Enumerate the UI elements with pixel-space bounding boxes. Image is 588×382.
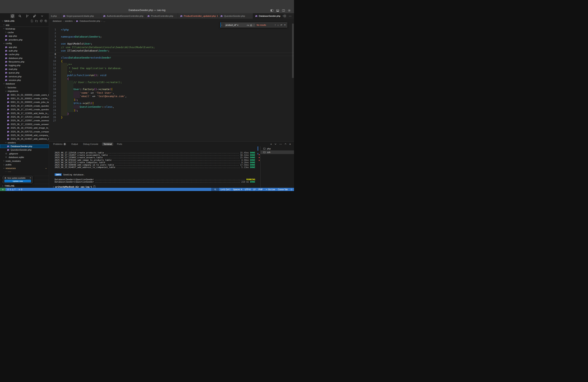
tree-item[interactable]: services.php	[0, 75, 49, 78]
tree-item[interactable]: filesystems.php	[0, 60, 49, 63]
source-control-icon[interactable]	[25, 14, 29, 18]
code-line[interactable]: 3namespace Database\Seeders;	[49, 35, 294, 38]
tree-item[interactable]: 2025_06_24_025723_create_compan...	[0, 130, 49, 133]
find-input[interactable]: product_id" v Aa ab .*	[225, 23, 255, 27]
more-actions-icon[interactable]: ⋯	[279, 143, 282, 146]
code-line-content[interactable]: use App\Models\User;	[61, 42, 92, 46]
code-line[interactable]: 14public function run(): void	[49, 74, 294, 77]
code-line-content[interactable]: }	[61, 112, 69, 116]
tree-item[interactable]: 2025_06_25_014657_add_address_to...	[0, 137, 49, 141]
encoding[interactable]: UTF-8	[243, 188, 252, 191]
code-line[interactable]: 17	[49, 84, 294, 88]
tree-item[interactable]: 2025_06_24_030048_add_company_...	[0, 134, 49, 137]
code-line[interactable]: 21]);	[49, 98, 294, 102]
chevron-down-icon[interactable]	[40, 14, 44, 18]
tree-item[interactable]: seeders	[0, 141, 49, 144]
code-line[interactable]: 12 * Seed the application's database.	[49, 67, 294, 70]
new-terminal-icon[interactable]: +	[270, 143, 272, 146]
indentation[interactable]: Spaces: 4	[232, 188, 243, 191]
code-line[interactable]: 26}	[49, 116, 294, 119]
remote-indicator[interactable]	[0, 188, 6, 191]
code-line[interactable]: 27	[49, 119, 294, 123]
cursor-position[interactable]: Ln 8, Col 1	[219, 188, 231, 191]
tree-item[interactable]: migrations	[0, 89, 49, 93]
find-next-icon[interactable]: ↓	[277, 24, 279, 26]
tree-item[interactable]: 2025_06_17_133003_create_answers_...	[0, 122, 49, 126]
explorer-icon[interactable]	[10, 14, 15, 18]
tree-item[interactable]: DatabaseSeeder.php	[0, 144, 49, 148]
code-line[interactable]: 25}	[49, 112, 294, 116]
update-now-button[interactable]: Update now	[4, 180, 31, 182]
search-icon[interactable]	[18, 14, 22, 18]
cursor-tab-status[interactable]: Cursor Tab	[276, 188, 289, 191]
problems-status[interactable]: 1 7	[6, 188, 17, 191]
code-line[interactable]: 19'name' => 'Test User',	[49, 91, 294, 95]
code-line-content[interactable]: $this->call([	[61, 101, 94, 105]
code-line[interactable]: 9class DatabaseSeeder extends Seeder	[49, 56, 294, 59]
code-line[interactable]: 6// use Illuminate\Database\Console\Seed…	[49, 46, 294, 49]
breadcrumb-item[interactable]: database	[53, 20, 62, 22]
code-line-content[interactable]: // use Illuminate\Database\Console\Seeds…	[61, 46, 155, 49]
tree-item[interactable]: 0001_01_01_000002_create_jobs_tab...	[0, 100, 49, 104]
regex-toggle[interactable]: .*	[253, 24, 254, 26]
tree-item[interactable]: auth.php	[0, 49, 49, 53]
find-close-icon[interactable]: ×	[284, 24, 286, 26]
tree-item[interactable]: 2025_06_17_125410_create_products...	[0, 115, 49, 119]
tree-item[interactable]: cache	[0, 31, 49, 34]
breadcrumb-item[interactable]: DatabaseSeeder.php	[80, 20, 100, 22]
extensions-icon[interactable]	[33, 14, 37, 18]
tree-item[interactable]: app.php	[0, 34, 49, 38]
close-panel-icon[interactable]: ×	[289, 143, 291, 146]
terminal-prompt[interactable]: ○aritach@MacBook-Air sas-log %	[53, 186, 255, 188]
code-line-content[interactable]: User::factory()->create([	[61, 88, 113, 91]
terminal-tab-zsh[interactable]: zsh	[261, 151, 294, 154]
code-line[interactable]: 7use Illuminate\Database\Seeder;	[49, 49, 294, 53]
panel-tab-ports[interactable]: Ports	[116, 142, 124, 146]
code-line[interactable]: 11/**	[49, 63, 294, 67]
tree-item[interactable]: app.php	[0, 45, 49, 49]
whole-word-toggle[interactable]: ab	[250, 24, 252, 26]
code-line-content[interactable]	[61, 84, 73, 88]
code-line-content[interactable]: <?php	[61, 28, 69, 32]
chevron-down-icon[interactable]	[1, 20, 4, 22]
sidebar-section-timeline[interactable]: TIMELINE	[0, 184, 49, 188]
code-line-content[interactable]: // User::factory(10)->create();	[61, 80, 122, 84]
code-line-content[interactable]: * Seed the application's database.	[61, 67, 122, 70]
collapse-folders-icon[interactable]	[44, 19, 47, 22]
panel-tab-debug-console[interactable]: Debug Console	[82, 142, 100, 146]
code-line[interactable]: 4	[49, 38, 294, 42]
code-line-content[interactable]: use Illuminate\Database\Seeder;	[61, 49, 110, 53]
tree-item[interactable]: mail.php	[0, 67, 49, 71]
maximize-panel-icon[interactable]	[284, 143, 287, 146]
editor-scrollbar[interactable]	[292, 24, 294, 78]
tree-item[interactable]: 2025_06_17_123055_add_fields_to_u...	[0, 111, 49, 115]
tree-item[interactable]: 2025_06_17_105529_create_question...	[0, 104, 49, 108]
find-expand-chevron-icon[interactable]: ›	[221, 24, 223, 26]
eol-sequence[interactable]: LF	[252, 188, 257, 191]
tree-item[interactable]: node_modules	[0, 159, 49, 163]
refresh-explorer-icon[interactable]	[40, 19, 42, 22]
terminal-tab-php[interactable]: php	[261, 147, 294, 151]
toggle-secondary-sidebar-icon[interactable]	[282, 9, 285, 12]
code-line[interactable]: 13 */	[49, 70, 294, 74]
code-line[interactable]: 18User::factory()->create([	[49, 88, 294, 91]
find-previous-icon[interactable]: ↑	[274, 24, 276, 26]
tree-item[interactable]: database	[0, 82, 49, 86]
tree-item[interactable]: database.php	[0, 56, 49, 60]
split-editor-icon[interactable]	[283, 15, 286, 17]
tree-item[interactable]: 0001_01_01_000001_create_cache_ta...	[0, 97, 49, 100]
panel-tab-terminal[interactable]: Terminal	[102, 142, 113, 146]
tree-item[interactable]: bootstrap	[0, 27, 49, 30]
code-line[interactable]: 15{	[49, 77, 294, 81]
tree-item[interactable]: queue.php	[0, 71, 49, 75]
code-line-content[interactable]: 'name' => 'Test User',	[61, 91, 114, 95]
code-line-content[interactable]: ]);	[61, 109, 78, 112]
code-line-content[interactable]: class DatabaseSeeder extends Seeder	[61, 56, 111, 59]
code-line-content[interactable]: QuestionSeeder::class,	[61, 105, 114, 109]
code-line[interactable]: 16// User::factory(10)->create();	[49, 80, 294, 84]
code-line-content[interactable]: }	[61, 116, 63, 119]
tree-item[interactable]: factories	[0, 86, 49, 89]
editor-tab[interactable]: b.php	[49, 13, 61, 19]
new-file-icon[interactable]	[31, 19, 33, 22]
code-line-content[interactable]: */	[61, 70, 72, 74]
